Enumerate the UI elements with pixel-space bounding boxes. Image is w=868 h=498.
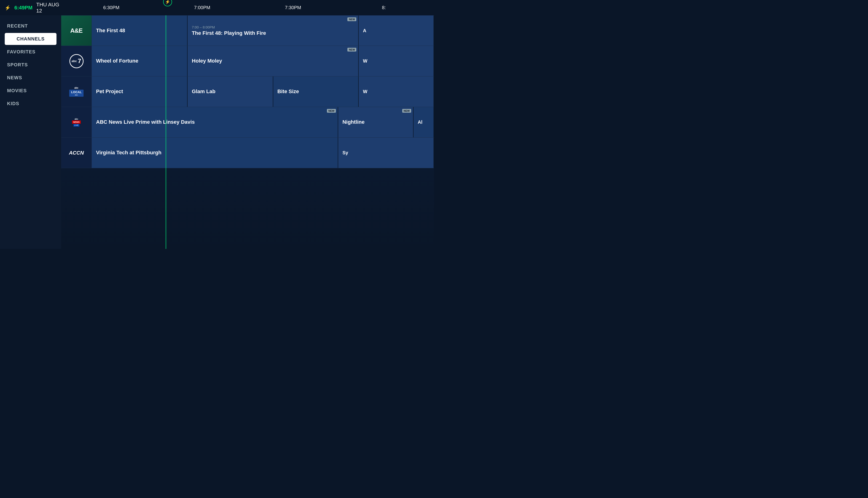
time-730pm: 7:30PM: [248, 5, 338, 10]
ae-programs: The First 48 NEW 7:00 – 8:00PM The First…: [92, 15, 434, 45]
abc7-num-text: 7: [78, 57, 81, 65]
new-badge-abc7: NEW: [347, 48, 356, 52]
sidebar-item-sports[interactable]: SPORTS: [0, 59, 61, 71]
channel-row-newslive: abc NEWS LIVE NEW ABC News Live Prime wi…: [61, 107, 434, 137]
abc7-logo: abc 7: [72, 57, 81, 65]
program-title: Wheel of Fortune: [96, 58, 183, 64]
program-time: 7:00 – 8:00PM: [192, 25, 354, 29]
program-virginia-tech[interactable]: Virginia Tech at Pittsburgh: [92, 137, 338, 168]
channel-row-ae: A&E The First 48 NEW 7:00 – 8:00PM The F…: [61, 15, 434, 46]
channel-row-accn: ACCN Virginia Tech at Pittsburgh Sy: [61, 137, 434, 168]
accn-programs: Virginia Tech at Pittsburgh Sy: [92, 137, 434, 168]
channel-logo-newslive: abc NEWS LIVE: [61, 107, 92, 137]
program-the-first-48-fire[interactable]: NEW 7:00 – 8:00PM The First 48: Playing …: [187, 15, 359, 45]
sidebar-item-channels[interactable]: CHANNELS: [5, 33, 56, 45]
app-container: ⚡ 6:49PM THU AUG 12 ⚡ 6:30PM 7:00PM 7:30…: [0, 0, 434, 249]
program-title: Virginia Tech at Pittsburgh: [96, 149, 334, 156]
local-text: LOCAL: [71, 90, 82, 94]
abc7-circle: abc 7: [69, 54, 83, 68]
now-indicator-circle: ⚡: [163, 0, 172, 6]
program-title: The First 48: Playing With Fire: [192, 30, 354, 36]
main-content: RECENT CHANNELS FAVORITES SPORTS NEWS MO…: [0, 15, 434, 249]
new-badge-nightline: NEW: [402, 109, 411, 113]
header-left: ⚡ 6:49PM THU AUG 12: [5, 2, 66, 14]
program-the-first-48[interactable]: The First 48: [92, 15, 187, 45]
channel-logo-abc7: abc 7: [61, 46, 92, 76]
now-bolt-icon: ⚡: [165, 0, 170, 4]
new-badge-newslive: NEW: [327, 109, 336, 113]
time-630pm: 6:30PM: [66, 5, 157, 10]
sidebar: RECENT CHANNELS FAVORITES SPORTS NEWS MO…: [0, 15, 61, 249]
program-title: Glam Lab: [192, 88, 269, 95]
newslive-programs: NEW ABC News Live Prime with Linsey Davi…: [92, 107, 434, 137]
header: ⚡ 6:49PM THU AUG 12 ⚡ 6:30PM 7:00PM 7:30…: [0, 0, 434, 15]
ae-logo-text: A&E: [70, 27, 82, 34]
timeline-headers: ⚡ 6:30PM 7:00PM 7:30PM 8:: [66, 5, 429, 10]
program-title: Holey Moley: [192, 58, 354, 64]
program-abc7-overflow[interactable]: W: [359, 46, 434, 76]
newslive-live-badge: LIVE: [74, 124, 79, 127]
sidebar-item-news[interactable]: NEWS: [0, 72, 61, 84]
program-newslive-overflow[interactable]: Al: [414, 107, 434, 137]
accn-logo-text: ACCN: [69, 150, 84, 156]
program-wheel-of-fortune[interactable]: Wheel of Fortune: [92, 46, 187, 76]
program-glam-lab[interactable]: Glam Lab: [187, 77, 273, 107]
time-800pm: 8:: [338, 5, 429, 10]
program-title: ABC News Live Prime with Linsey Davis: [96, 119, 334, 126]
newslive-abc-text: abc: [75, 118, 78, 120]
current-time: 6:49PM: [14, 5, 33, 11]
now-circle: ⚡: [163, 0, 172, 6]
program-local-overflow[interactable]: W: [359, 77, 434, 107]
sidebar-item-favorites[interactable]: FAVORITES: [0, 46, 61, 58]
program-pet-project[interactable]: Pet Project: [92, 77, 187, 107]
local-sub: abc: [75, 94, 78, 96]
local-logo-container: abc LOCAL abc: [69, 87, 83, 97]
program-title: The First 48: [96, 27, 183, 34]
channel-row-local: abc LOCAL abc Pet Project Glam Lab: [61, 77, 434, 107]
guide-grid: A&E The First 48 NEW 7:00 – 8:00PM The F…: [61, 15, 434, 249]
local-abc-text: abc: [74, 87, 78, 89]
program-title: Pet Project: [96, 88, 183, 95]
program-title: Nightline: [342, 119, 409, 126]
new-badge-ae: NEW: [347, 17, 356, 21]
local-programs: Pet Project Glam Lab Bite Size W: [92, 77, 434, 107]
channel-logo-accn: ACCN: [61, 137, 92, 168]
abc7-abc-text: abc: [72, 59, 77, 63]
local-box: LOCAL abc: [69, 90, 83, 97]
abc7-programs: Wheel of Fortune NEW Holey Moley W: [92, 46, 434, 76]
channel-logo-local: abc LOCAL abc: [61, 77, 92, 107]
bolt-icon: ⚡: [5, 5, 11, 11]
program-abc-news-live[interactable]: NEW ABC News Live Prime with Linsey Davi…: [92, 107, 338, 137]
program-nightline[interactable]: NEW Nightline: [338, 107, 414, 137]
newslive-logo-container: abc NEWS LIVE: [72, 118, 81, 127]
program-bite-size[interactable]: Bite Size: [273, 77, 359, 107]
newslive-live-text: NEWS: [72, 120, 81, 124]
sidebar-item-recent[interactable]: RECENT: [0, 20, 61, 32]
sidebar-item-kids[interactable]: KIDS: [0, 97, 61, 109]
program-holey-moley[interactable]: NEW Holey Moley: [187, 46, 359, 76]
program-accn-overflow[interactable]: Sy: [338, 137, 434, 168]
channel-logo-ae: A&E: [61, 15, 92, 45]
channel-row-abc7: abc 7 Wheel of Fortune NEW Holey Moley W: [61, 46, 434, 77]
program-ae-overflow[interactable]: A: [359, 15, 434, 45]
program-title: Bite Size: [277, 88, 354, 95]
sidebar-item-movies[interactable]: MOVIES: [0, 85, 61, 97]
current-date: THU AUG 12: [36, 2, 66, 14]
